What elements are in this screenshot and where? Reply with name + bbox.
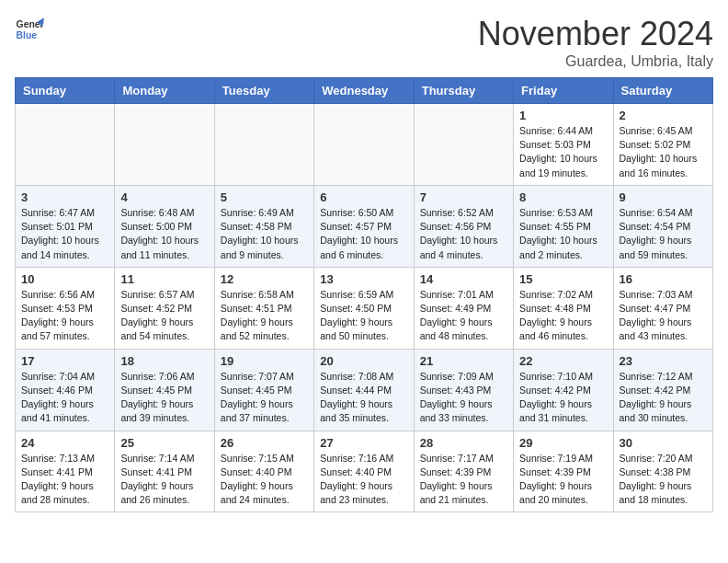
day-number: 3 [21,190,108,204]
calendar-day-cell: 29Sunrise: 7:19 AM Sunset: 4:39 PM Dayli… [514,431,613,512]
day-number: 14 [420,272,507,286]
day-info: Sunrise: 7:03 AM Sunset: 4:47 PM Dayligh… [620,288,707,344]
day-number: 19 [221,354,308,368]
calendar-day-cell: 22Sunrise: 7:10 AM Sunset: 4:42 PM Dayli… [514,349,613,431]
day-info: Sunrise: 7:19 AM Sunset: 4:39 PM Dayligh… [519,452,607,508]
calendar-day-cell [115,104,214,186]
calendar-day-cell: 8Sunrise: 6:53 AM Sunset: 4:55 PM Daylig… [514,185,613,267]
day-number: 9 [620,190,707,204]
day-info: Sunrise: 6:49 AM Sunset: 4:58 PM Dayligh… [221,206,308,262]
calendar-body: 1Sunrise: 6:44 AM Sunset: 5:03 PM Daylig… [16,104,713,512]
calendar-week-row: 1Sunrise: 6:44 AM Sunset: 5:03 PM Daylig… [16,104,713,186]
calendar-table: SundayMondayTuesdayWednesdayThursdayFrid… [15,77,713,512]
calendar-day-cell: 7Sunrise: 6:52 AM Sunset: 4:56 PM Daylig… [414,185,513,267]
calendar-week-row: 10Sunrise: 6:56 AM Sunset: 4:53 PM Dayli… [16,267,713,349]
day-number: 17 [21,354,108,368]
calendar-header-cell: Thursday [414,78,513,104]
calendar-day-cell: 16Sunrise: 7:03 AM Sunset: 4:47 PM Dayli… [613,267,712,349]
day-info: Sunrise: 7:12 AM Sunset: 4:42 PM Dayligh… [620,370,707,426]
day-number: 8 [519,190,607,204]
calendar-week-row: 24Sunrise: 7:13 AM Sunset: 4:41 PM Dayli… [16,431,713,512]
day-number: 20 [320,354,407,368]
day-number: 29 [519,436,607,450]
day-info: Sunrise: 6:59 AM Sunset: 4:50 PM Dayligh… [320,288,407,344]
calendar-day-cell [214,104,313,186]
day-number: 23 [620,354,707,368]
calendar-day-cell: 11Sunrise: 6:57 AM Sunset: 4:52 PM Dayli… [115,267,214,349]
calendar-day-cell: 26Sunrise: 7:15 AM Sunset: 4:40 PM Dayli… [214,431,313,512]
day-number: 6 [320,190,407,204]
calendar-day-cell: 28Sunrise: 7:17 AM Sunset: 4:39 PM Dayli… [414,431,513,512]
day-info: Sunrise: 6:57 AM Sunset: 4:52 PM Dayligh… [120,288,208,344]
calendar-day-cell: 13Sunrise: 6:59 AM Sunset: 4:50 PM Dayli… [314,267,414,349]
day-info: Sunrise: 7:02 AM Sunset: 4:48 PM Dayligh… [519,288,607,344]
header: General Blue November 2024 Guardea, Umbr… [15,15,713,70]
calendar-day-cell: 5Sunrise: 6:49 AM Sunset: 4:58 PM Daylig… [214,185,313,267]
day-info: Sunrise: 7:06 AM Sunset: 4:45 PM Dayligh… [120,370,208,426]
day-number: 18 [120,354,208,368]
day-info: Sunrise: 6:53 AM Sunset: 4:55 PM Dayligh… [519,206,607,262]
day-info: Sunrise: 6:52 AM Sunset: 4:56 PM Dayligh… [420,206,507,262]
calendar-day-cell: 23Sunrise: 7:12 AM Sunset: 4:42 PM Dayli… [613,349,712,431]
day-number: 25 [120,436,208,450]
calendar-day-cell: 30Sunrise: 7:20 AM Sunset: 4:38 PM Dayli… [613,431,712,512]
day-number: 16 [620,272,707,286]
day-number: 2 [620,109,707,122]
calendar-week-row: 3Sunrise: 6:47 AM Sunset: 5:01 PM Daylig… [16,185,713,267]
day-info: Sunrise: 6:47 AM Sunset: 5:01 PM Dayligh… [21,206,108,262]
calendar-day-cell: 9Sunrise: 6:54 AM Sunset: 4:54 PM Daylig… [613,185,712,267]
day-info: Sunrise: 6:56 AM Sunset: 4:53 PM Dayligh… [21,288,108,344]
day-number: 28 [420,436,507,450]
calendar-day-cell: 10Sunrise: 6:56 AM Sunset: 4:53 PM Dayli… [16,267,115,349]
day-number: 30 [620,436,707,450]
calendar-day-cell [16,104,115,186]
day-info: Sunrise: 7:16 AM Sunset: 4:40 PM Dayligh… [320,452,407,508]
day-number: 1 [519,109,607,122]
day-info: Sunrise: 6:48 AM Sunset: 5:00 PM Dayligh… [120,206,208,262]
calendar-header-cell: Tuesday [214,78,313,104]
day-number: 27 [320,436,407,450]
calendar-day-cell: 25Sunrise: 7:14 AM Sunset: 4:41 PM Dayli… [115,431,214,512]
calendar-day-cell: 18Sunrise: 7:06 AM Sunset: 4:45 PM Dayli… [115,349,214,431]
calendar-day-cell: 4Sunrise: 6:48 AM Sunset: 5:00 PM Daylig… [115,185,214,267]
day-number: 11 [120,272,208,286]
calendar-week-row: 17Sunrise: 7:04 AM Sunset: 4:46 PM Dayli… [16,349,713,431]
calendar-header-cell: Wednesday [314,78,414,104]
day-number: 12 [221,272,308,286]
day-number: 24 [21,436,108,450]
day-info: Sunrise: 7:04 AM Sunset: 4:46 PM Dayligh… [21,370,108,426]
day-info: Sunrise: 6:50 AM Sunset: 4:57 PM Dayligh… [320,206,407,262]
calendar-header-cell: Saturday [613,78,712,104]
day-info: Sunrise: 7:10 AM Sunset: 4:42 PM Dayligh… [519,370,607,426]
day-info: Sunrise: 7:20 AM Sunset: 4:38 PM Dayligh… [620,452,707,508]
calendar-day-cell: 19Sunrise: 7:07 AM Sunset: 4:45 PM Dayli… [214,349,313,431]
calendar-day-cell [414,104,513,186]
day-info: Sunrise: 7:17 AM Sunset: 4:39 PM Dayligh… [420,452,507,508]
calendar-header-cell: Monday [115,78,214,104]
day-number: 10 [21,272,108,286]
day-info: Sunrise: 7:14 AM Sunset: 4:41 PM Dayligh… [120,452,208,508]
calendar-day-cell: 15Sunrise: 7:02 AM Sunset: 4:48 PM Dayli… [514,267,613,349]
calendar-day-cell: 17Sunrise: 7:04 AM Sunset: 4:46 PM Dayli… [16,349,115,431]
day-number: 21 [420,354,507,368]
logo: General Blue [15,15,44,44]
logo-icon: General Blue [15,15,44,44]
calendar-header-row: SundayMondayTuesdayWednesdayThursdayFrid… [16,78,713,104]
calendar-day-cell: 21Sunrise: 7:09 AM Sunset: 4:43 PM Dayli… [414,349,513,431]
svg-text:Blue: Blue [17,30,38,40]
day-number: 5 [221,190,308,204]
month-title: November 2024 [478,15,713,53]
day-number: 7 [420,190,507,204]
calendar-day-cell: 1Sunrise: 6:44 AM Sunset: 5:03 PM Daylig… [514,104,613,186]
location: Guardea, Umbria, Italy [478,53,713,70]
calendar-day-cell: 20Sunrise: 7:08 AM Sunset: 4:44 PM Dayli… [314,349,414,431]
day-info: Sunrise: 7:07 AM Sunset: 4:45 PM Dayligh… [221,370,308,426]
calendar-day-cell: 14Sunrise: 7:01 AM Sunset: 4:49 PM Dayli… [414,267,513,349]
calendar-day-cell: 27Sunrise: 7:16 AM Sunset: 4:40 PM Dayli… [314,431,414,512]
calendar-day-cell: 3Sunrise: 6:47 AM Sunset: 5:01 PM Daylig… [16,185,115,267]
day-number: 13 [320,272,407,286]
day-info: Sunrise: 7:09 AM Sunset: 4:43 PM Dayligh… [420,370,507,426]
day-info: Sunrise: 7:08 AM Sunset: 4:44 PM Dayligh… [320,370,407,426]
calendar-day-cell: 2Sunrise: 6:45 AM Sunset: 5:02 PM Daylig… [613,104,712,186]
calendar-day-cell: 24Sunrise: 7:13 AM Sunset: 4:41 PM Dayli… [16,431,115,512]
